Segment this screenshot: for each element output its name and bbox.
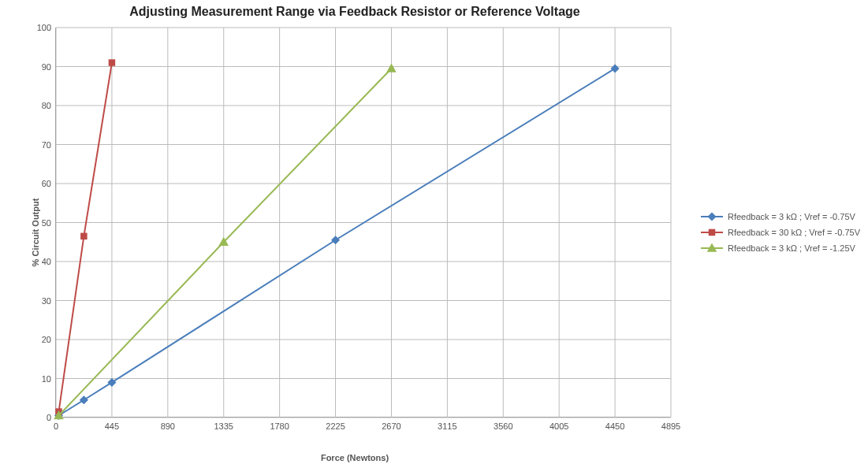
x-tick-label: 3115 [438,417,456,431]
plot-svg [56,28,671,418]
y-tick-label: 40 [28,257,56,266]
legend-swatch [701,227,723,238]
legend-swatch [701,211,723,222]
legend-label: Rfeedback = 3 kΩ ; Vref = -0.75V [728,212,855,221]
x-tick-label: 4895 [661,417,680,431]
legend-item-0: Rfeedback = 3 kΩ ; Vref = -0.75V [701,211,860,222]
y-axis-label: % Circuit Output [31,198,40,266]
y-tick-label: 10 [28,374,56,384]
y-tick-label: 50 [28,218,56,228]
svg-marker-33 [387,65,395,72]
square-marker [109,60,114,65]
y-tick-label: 100 [28,23,56,32]
y-tick-label: 0 [28,413,56,422]
square-marker [709,229,714,235]
y-tick-label: 30 [28,296,56,306]
x-tick-label: 445 [105,417,119,431]
plot-area: 0102030405060708090100044589013351780222… [55,28,670,418]
svg-marker-27 [612,65,619,72]
x-tick-label: 4450 [605,417,624,431]
diamond-marker [612,65,619,72]
y-tick-label: 60 [28,179,56,188]
x-tick-label: 890 [161,417,175,431]
x-tick-label: 1335 [214,417,233,431]
x-axis-label: Force (Newtons) [0,453,710,462]
legend-label: Rfeedback = 3 kΩ ; Vref = -1.25V [728,243,855,253]
x-tick-label: 2225 [326,417,345,431]
triangle-marker [387,65,395,72]
chart-container: Adjusting Measurement Range via Feedback… [0,0,868,464]
y-tick-label: 80 [28,101,56,110]
series-group [55,60,619,419]
diamond-marker [708,213,715,220]
svg-rect-30 [109,60,114,65]
x-tick-label: 4005 [549,417,568,431]
y-tick-label: 90 [28,62,56,72]
x-tick-label: 1780 [270,417,289,431]
x-tick-label: 2670 [382,417,400,431]
legend-item-1: Rfeedback = 30 kΩ ; Vref = -0.75V [701,227,860,238]
chart-title: Adjusting Measurement Range via Feedback… [0,5,710,19]
y-tick-label: 20 [28,335,56,344]
x-tick-label: 3560 [494,417,512,431]
legend: Rfeedback = 3 kΩ ; Vref = -0.75VRfeedbac… [701,206,860,258]
legend-item-2: Rfeedback = 3 kΩ ; Vref = -1.25V [701,243,860,254]
legend-swatch [701,243,723,254]
svg-rect-29 [81,233,87,239]
svg-marker-35 [708,213,715,220]
legend-label: Rfeedback = 30 kΩ ; Vref = -0.75V [728,228,860,237]
y-tick-label: 70 [28,140,56,150]
square-marker [81,233,87,239]
x-tick-label: 0 [54,417,58,431]
svg-rect-37 [709,229,714,235]
